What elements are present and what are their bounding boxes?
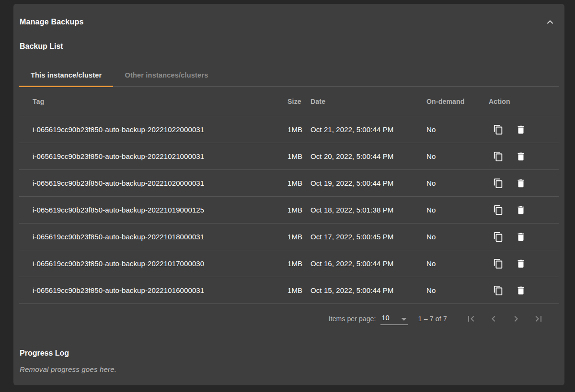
last-page-button[interactable] xyxy=(529,309,548,328)
tab-this-instance-cluster[interactable]: This instance/cluster xyxy=(19,64,113,87)
page-range-label: 1 – 7 of 7 xyxy=(418,315,447,323)
backup-date-cell: Oct 17, 2022, 5:00:45 PM xyxy=(310,233,426,241)
column-header-on-demand: On-demand xyxy=(426,98,489,105)
backup-list-container: This instance/cluster Other instances/cl… xyxy=(19,64,559,334)
delete-backup-button[interactable] xyxy=(515,151,527,162)
backup-actions-cell xyxy=(489,124,559,135)
backup-size-cell: 1MB xyxy=(288,259,310,268)
backup-tag-cell: i-065619cc90b23f850-auto-backup-20221017… xyxy=(33,259,288,268)
table-body: i-065619cc90b23f850-auto-backup-20221022… xyxy=(19,116,559,304)
copy-icon xyxy=(493,258,504,269)
copy-backup-button[interactable] xyxy=(493,151,504,162)
copy-icon xyxy=(493,151,504,162)
next-page-button[interactable] xyxy=(506,309,526,328)
backup-date-cell: Oct 21, 2022, 5:00:44 PM xyxy=(310,125,426,134)
backup-tag-cell: i-065619cc90b23f850-auto-backup-20221020… xyxy=(33,179,288,187)
items-per-page-value: 10 xyxy=(381,314,389,322)
backup-actions-cell xyxy=(489,231,559,243)
backup-date-cell: Oct 20, 2022, 5:00:44 PM xyxy=(310,152,426,160)
table-header-row: Tag Size Date On-demand Action xyxy=(19,87,559,116)
progress-log-title: Progress Log xyxy=(20,347,564,359)
delete-backup-button[interactable] xyxy=(515,258,527,269)
delete-backup-button[interactable] xyxy=(515,178,527,189)
backup-size-cell: 1MB xyxy=(288,233,310,241)
backup-on-demand-cell: No xyxy=(426,179,489,187)
collapse-panel-button[interactable] xyxy=(544,16,556,28)
backup-size-cell: 1MB xyxy=(288,125,310,134)
first-page-icon xyxy=(465,313,477,325)
backup-actions-cell xyxy=(489,285,559,296)
first-page-button[interactable] xyxy=(461,309,481,328)
backup-tag-cell: i-065619cc90b23f850-auto-backup-20221019… xyxy=(33,206,288,214)
copy-icon xyxy=(493,232,504,242)
copy-backup-button[interactable] xyxy=(493,178,504,189)
copy-backup-button[interactable] xyxy=(493,285,504,296)
trash-icon xyxy=(516,258,526,269)
backup-size-cell: 1MB xyxy=(288,206,310,214)
delete-backup-button[interactable] xyxy=(515,231,527,243)
progress-log-section: Progress Log Removal progress goes here. xyxy=(13,347,564,373)
copy-backup-button[interactable] xyxy=(493,204,504,216)
backup-date-cell: Oct 16, 2022, 5:00:44 PM xyxy=(310,259,426,268)
backup-actions-cell xyxy=(489,151,559,162)
trash-icon xyxy=(516,151,526,162)
backup-actions-cell xyxy=(489,178,559,189)
column-header-date: Date xyxy=(310,98,426,105)
trash-icon xyxy=(516,124,526,135)
table-row: i-065619cc90b23f850-auto-backup-20221019… xyxy=(19,197,559,224)
copy-backup-button[interactable] xyxy=(493,124,504,135)
trash-icon xyxy=(516,285,526,296)
table-row: i-065619cc90b23f850-auto-backup-20221017… xyxy=(19,250,559,277)
backup-tag-cell: i-065619cc90b23f850-auto-backup-20221018… xyxy=(33,233,288,241)
chevron-right-icon xyxy=(510,313,522,325)
backup-size-cell: 1MB xyxy=(288,286,310,294)
dropdown-arrow-icon xyxy=(401,318,407,321)
delete-backup-button[interactable] xyxy=(515,124,527,135)
backup-tag-cell: i-065619cc90b23f850-auto-backup-20221016… xyxy=(33,286,288,294)
paginator: Items per page: 10 1 – 7 of 7 xyxy=(19,304,559,334)
backup-tag-cell: i-065619cc90b23f850-auto-backup-20221022… xyxy=(33,125,288,134)
items-per-page-select[interactable]: 10 xyxy=(380,313,407,325)
backup-on-demand-cell: No xyxy=(426,152,489,160)
copy-icon xyxy=(493,285,504,296)
column-header-size: Size xyxy=(288,98,310,105)
delete-backup-button[interactable] xyxy=(515,204,527,216)
table-row: i-065619cc90b23f850-auto-backup-20221020… xyxy=(19,170,559,197)
copy-backup-button[interactable] xyxy=(493,231,504,243)
manage-backups-panel: Manage Backups Backup List This instance… xyxy=(13,4,564,385)
table-row: i-065619cc90b23f850-auto-backup-20221021… xyxy=(19,143,559,170)
tab-other-instances-clusters[interactable]: Other instances/clusters xyxy=(113,64,219,87)
backup-on-demand-cell: No xyxy=(426,206,489,214)
backup-on-demand-cell: No xyxy=(426,259,489,268)
trash-icon xyxy=(516,205,526,215)
table-row: i-065619cc90b23f850-auto-backup-20221018… xyxy=(19,224,559,250)
backup-date-cell: Oct 15, 2022, 5:00:44 PM xyxy=(310,286,426,294)
column-header-tag: Tag xyxy=(33,98,288,105)
backup-date-cell: Oct 18, 2022, 5:01:38 PM xyxy=(310,206,426,214)
column-header-action: Action xyxy=(489,98,559,105)
backup-tag-cell: i-065619cc90b23f850-auto-backup-20221021… xyxy=(33,152,288,160)
paginator-nav xyxy=(461,309,548,328)
backup-size-cell: 1MB xyxy=(288,179,310,187)
tab-bar: This instance/cluster Other instances/cl… xyxy=(19,64,559,87)
trash-icon xyxy=(516,232,526,242)
backup-on-demand-cell: No xyxy=(426,233,489,241)
chevron-up-icon xyxy=(545,17,555,27)
trash-icon xyxy=(516,178,526,189)
backup-list-title: Backup List xyxy=(13,40,564,53)
panel-header: Manage Backups xyxy=(13,4,564,40)
table-row: i-065619cc90b23f850-auto-backup-20221022… xyxy=(19,116,559,143)
previous-page-button[interactable] xyxy=(484,309,503,328)
chevron-left-icon xyxy=(488,313,499,325)
backup-size-cell: 1MB xyxy=(288,152,310,160)
last-page-icon xyxy=(533,313,544,325)
delete-backup-button[interactable] xyxy=(515,285,527,296)
items-per-page-label: Items per page: xyxy=(329,315,376,323)
copy-icon xyxy=(493,178,504,189)
copy-backup-button[interactable] xyxy=(493,258,504,269)
backup-actions-cell xyxy=(489,258,559,269)
backup-on-demand-cell: No xyxy=(426,125,489,134)
table-row: i-065619cc90b23f850-auto-backup-20221016… xyxy=(19,277,559,304)
progress-log-message: Removal progress goes here. xyxy=(20,365,564,373)
backup-date-cell: Oct 19, 2022, 5:00:44 PM xyxy=(310,179,426,187)
